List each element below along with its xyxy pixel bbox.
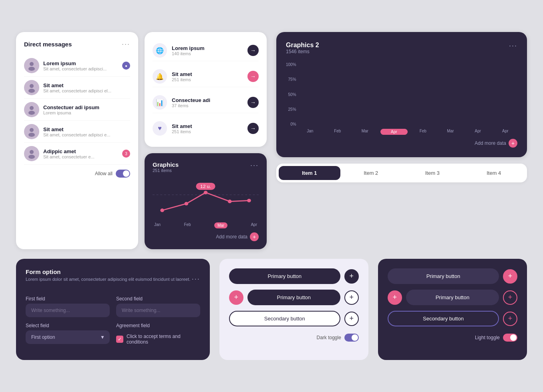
x-label-apr[interactable]: Apr — [380, 129, 408, 135]
bell-icon: 🔔 — [153, 69, 167, 84]
graphics-small-panel: Graphics 251 items ··· — [145, 153, 267, 249]
message-item[interactable]: Sit amet Sit amet, consectetuer adipisci… — [24, 121, 130, 143]
add-more-button[interactable]: + — [250, 232, 259, 241]
dark-add-icon-button-1[interactable]: + — [503, 269, 517, 284]
first-field-input[interactable] — [26, 304, 110, 317]
svg-point-0 — [30, 62, 34, 66]
agreement-text: Click to accept terms and conditions — [127, 334, 200, 345]
notif-item[interactable]: 🔔 Sit amet 251 items → — [153, 66, 259, 87]
tab-item-1[interactable]: Item 1 — [279, 166, 340, 180]
notif-item[interactable]: 📊 Consecteue adi 37 items → — [153, 92, 259, 113]
month-labels: Jan Feb Mar Apr — [153, 222, 259, 228]
light-toggle[interactable] — [503, 334, 517, 342]
add-more-label: Add more data — [216, 234, 247, 240]
allow-all-toggle[interactable] — [116, 170, 130, 178]
graphics-small-more-button[interactable]: ··· — [250, 161, 259, 170]
avatar — [24, 124, 39, 139]
notif-arrow-button[interactable]: → — [247, 45, 259, 56]
svg-point-2 — [30, 84, 34, 88]
notif-sub: 37 items — [172, 103, 243, 108]
dark-add-icon-button-2[interactable]: + — [388, 290, 402, 305]
select-field: Select field First option ▼ — [26, 323, 110, 345]
dark-add-icon-button-4[interactable]: + — [503, 312, 517, 326]
add-icon-button-1[interactable]: + — [344, 269, 359, 284]
svg-point-1 — [28, 67, 35, 71]
notif-arrow-button[interactable]: → — [247, 97, 259, 108]
tab-bar: Item 1 Item 2 Item 3 Item 4 — [276, 164, 527, 182]
allow-all-label: Allow all — [95, 171, 113, 176]
first-field: First field — [26, 296, 110, 317]
buttons-panel-dark: Primary button + + Primary button + Seco… — [378, 259, 527, 360]
svg-point-13 — [204, 191, 208, 194]
form-title: Form option — [26, 268, 191, 275]
x-label-jan: Jan — [298, 129, 322, 135]
dark-primary-button-2[interactable]: Primary button — [406, 290, 499, 305]
big-chart-sub: 1546 items — [286, 49, 319, 54]
svg-point-12 — [185, 202, 189, 206]
notif-sub: 140 items — [172, 51, 243, 56]
notif-arrow-button[interactable]: → — [247, 123, 259, 134]
msg-name: Adippic amet — [43, 148, 118, 154]
messages-title: Direct messages — [24, 41, 72, 48]
graphics-small-title: Graphics — [153, 161, 179, 168]
svg-point-3 — [28, 89, 35, 93]
add-icon-button-2[interactable]: + — [229, 290, 243, 305]
msg-name: Lorem ipsum — [43, 60, 118, 66]
notif-item[interactable]: 🌐 Lorem ipsum 140 items → — [153, 40, 259, 61]
dark-toggle[interactable] — [344, 334, 359, 342]
agreement-checkbox[interactable]: ✓ — [116, 336, 123, 343]
msg-preview: Sit amet, consectetuer e... — [43, 154, 118, 159]
dark-secondary-button[interactable]: Secondary button — [388, 311, 499, 326]
avatar — [24, 146, 39, 161]
month-mar[interactable]: Mar — [214, 222, 227, 228]
svg-text:12 u.: 12 u. — [200, 184, 211, 189]
bar-chart-area: 100% 75% 50% 25% 0% — [286, 62, 517, 126]
form-more-button[interactable]: ··· — [192, 275, 200, 283]
big-chart-title: Graphics 2 — [286, 42, 319, 49]
second-field-label: Second field — [116, 296, 200, 302]
chart-icon: 📊 — [153, 95, 167, 110]
add-icon-button-4[interactable]: + — [344, 312, 359, 326]
primary-button-2[interactable]: Primary button — [247, 290, 340, 305]
primary-button-1[interactable]: Primary button — [229, 268, 340, 284]
tab-item-2[interactable]: Item 2 — [340, 166, 402, 180]
graphics-small-sub: 251 items — [153, 168, 179, 173]
notif-sub: 251 items — [172, 129, 243, 134]
big-chart-add-more[interactable]: Add more data + — [286, 139, 517, 148]
x-label-mar2: Mar — [438, 129, 463, 135]
buttons-panel-light: Primary button + + Primary button + Seco… — [219, 259, 368, 360]
notif-title: Sit amet — [172, 71, 243, 77]
message-item[interactable]: Adippic amet Sit amet, consectetuer e...… — [24, 143, 130, 165]
msg-name: Sit amet — [43, 82, 130, 88]
notif-item[interactable]: ♥ Sit amet 251 items → — [153, 118, 259, 139]
secondary-button[interactable]: Secondary button — [229, 311, 340, 326]
msg-preview: Sit amet, consectetuer adipisci e... — [43, 132, 130, 137]
light-toggle-label: Light toggle — [475, 335, 500, 340]
message-item[interactable]: Constectuer adi ipsum Lorem ipsuma — [24, 99, 130, 121]
messages-more-button[interactable]: ··· — [122, 40, 130, 48]
add-icon-button-3[interactable]: + — [344, 290, 359, 305]
avatar — [24, 80, 39, 95]
month-jan: Jan — [154, 222, 161, 228]
msg-badge: ● — [122, 62, 130, 70]
message-item[interactable]: Sit amet Sit amet, consectetuer adipisci… — [24, 77, 130, 99]
direct-messages-panel: Direct messages ··· Lorem ipsum Sit amet… — [16, 32, 138, 249]
notif-arrow-button[interactable]: → — [247, 71, 259, 82]
tab-item-4[interactable]: Item 4 — [463, 166, 525, 180]
tab-item-3[interactable]: Item 3 — [402, 166, 463, 180]
dark-add-icon-button-3[interactable]: + — [503, 290, 517, 305]
dark-primary-button-1[interactable]: Primary button — [388, 268, 499, 284]
second-field-input[interactable] — [116, 304, 200, 317]
big-chart-more-button[interactable]: ··· — [509, 42, 517, 50]
msg-preview: Sit amet, consectetuer adipisci el... — [43, 88, 130, 93]
select-field-label: Select field — [26, 323, 110, 328]
svg-point-5 — [28, 111, 35, 115]
select-input[interactable]: First option — [26, 330, 110, 344]
svg-point-6 — [30, 128, 34, 132]
y-axis: 100% 75% 50% 25% 0% — [286, 62, 296, 126]
big-chart-add-more-button[interactable]: + — [509, 139, 517, 148]
message-item[interactable]: Lorem ipsum Sit amet, consectetuer adipi… — [24, 55, 130, 77]
svg-point-7 — [28, 133, 35, 137]
second-field: Second field — [116, 296, 200, 317]
add-more-row[interactable]: Add more data + — [153, 232, 259, 241]
